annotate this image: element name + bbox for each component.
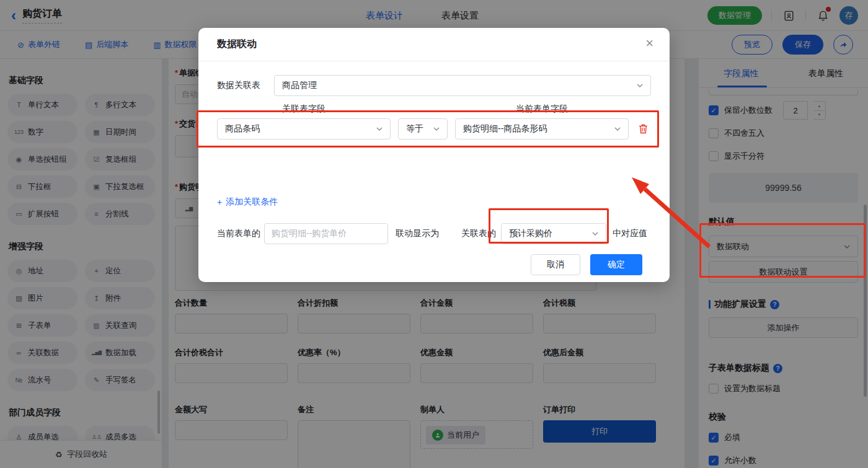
current-field-value: 购货明细--商品条形码 — [463, 123, 547, 135]
link-table-select[interactable]: 商品管理 — [274, 75, 651, 96]
modal-body: 数据关联表 商品管理 关联表字段 当前表单字段 商品条码 等于 — [198, 61, 670, 275]
chevron-down-icon — [376, 127, 383, 131]
link-table-label: 数据关联表 — [217, 80, 274, 91]
placeholder-text: 购货明细--购货单价 — [272, 228, 347, 239]
display-as-label: 联动显示为 — [396, 228, 439, 239]
add-condition-link[interactable]: + 添加关联条件 — [217, 196, 278, 208]
chevron-down-icon — [433, 127, 440, 131]
cancel-button[interactable]: 取消 — [531, 254, 580, 275]
current-field-select[interactable]: 购货明细--商品条形码 — [455, 118, 629, 139]
delete-condition-icon[interactable] — [636, 124, 650, 134]
chevron-down-icon — [592, 232, 598, 236]
chevron-down-icon — [614, 127, 621, 131]
data-linkage-modal: 数据联动 × 数据关联表 商品管理 关联表字段 当前表单字段 商品条码 — [198, 28, 670, 282]
add-condition-label: 添加关联条件 — [226, 196, 278, 208]
linked-table-prefix: 关联表的 — [461, 228, 496, 239]
form-designer-app: ‹ 购货订单 表单设计 表单设置 数据管理 存 ⊘ 表单外链 ▤ 后 — [0, 0, 868, 468]
modal-footer: 取消 确定 — [217, 254, 651, 275]
condition-row: 商品条码 等于 购货明细--商品条形码 — [217, 118, 651, 139]
modal-title: 数据联动 — [217, 38, 257, 51]
current-field-header: 当前表单字段 — [455, 104, 629, 115]
corresponding-value-suffix: 中对应值 — [613, 228, 647, 239]
operator-value: 等于 — [406, 123, 423, 135]
linkage-mapping-row: 当前表单的 购货明细--购货单价 联动显示为 关联表的 预计采购价 中对应值 — [217, 223, 651, 244]
linked-table-field-value: 预计采购价 — [509, 228, 552, 239]
modal-header: 数据联动 × — [198, 28, 670, 61]
condition-headers: 关联表字段 当前表单字段 — [217, 104, 651, 115]
chevron-down-icon — [637, 84, 643, 87]
operator-select[interactable]: 等于 — [398, 118, 448, 139]
plus-icon: + — [217, 197, 222, 207]
current-form-prefix: 当前表单的 — [217, 228, 260, 239]
linked-field-select[interactable]: 商品条码 — [217, 118, 391, 139]
confirm-button[interactable]: 确定 — [590, 254, 642, 275]
linked-field-value: 商品条码 — [225, 123, 260, 135]
link-table-row: 数据关联表 商品管理 — [217, 75, 651, 96]
linked-table-field-select[interactable]: 预计采购价 — [501, 223, 606, 244]
link-table-value: 商品管理 — [282, 80, 317, 91]
linked-field-header: 关联表字段 — [217, 104, 391, 115]
close-icon[interactable]: × — [645, 37, 653, 50]
current-form-field-input[interactable]: 购货明细--购货单价 — [264, 223, 388, 244]
